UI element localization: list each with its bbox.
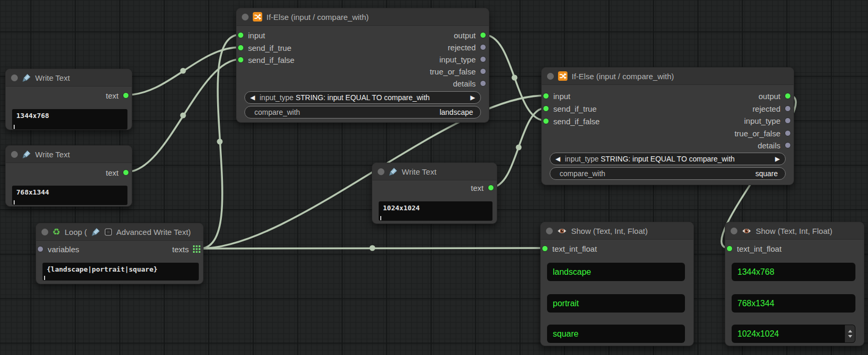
input-port-dot[interactable] — [543, 93, 549, 99]
widget-input_type[interactable]: ◀input_typeSTRING: input EQUAL TO compar… — [244, 91, 481, 104]
collapse-dot[interactable] — [11, 74, 18, 81]
spinner-scrollbar[interactable] — [845, 325, 855, 342]
collapse-dot[interactable] — [242, 14, 249, 20]
output-port-true_or_false[interactable]: true_or_false — [734, 127, 791, 139]
input-port-send_if_false[interactable]: send_if_false — [543, 115, 599, 127]
output-port-dot[interactable] — [123, 92, 129, 99]
output-port-details[interactable]: details — [758, 139, 791, 151]
value-box: portrait — [547, 294, 685, 313]
node-title: Write Text — [35, 73, 70, 82]
input-port-text_int_float[interactable]: text_int_float — [542, 243, 597, 254]
output-port-output[interactable]: output — [758, 90, 791, 102]
output-port-dot[interactable] — [480, 56, 486, 62]
node-title-bar[interactable]: Show (Text, Int, Float) — [725, 222, 864, 240]
text-input[interactable]: {landscape|portrait|square} — [42, 263, 199, 281]
output-port-rejected[interactable]: rejected — [753, 103, 791, 114]
widget-value: square — [550, 168, 785, 179]
text-input[interactable]: 1344x768 — [12, 109, 127, 130]
output-port-true_or_false[interactable]: true_or_false — [430, 66, 486, 77]
collapse-dot[interactable] — [546, 228, 553, 234]
output-port-dot[interactable] — [785, 142, 791, 148]
output-slot-label: details — [453, 79, 476, 88]
combo-right-arrow[interactable]: ▶ — [470, 92, 475, 103]
input-port-dot[interactable] — [238, 32, 244, 38]
input-port-input[interactable]: input — [543, 90, 571, 102]
collapse-dot[interactable] — [378, 168, 384, 175]
node-show-text-int-float-1[interactable]: Show (Text, Int, Float)text_int_floatlan… — [540, 222, 694, 346]
output-port-text[interactable]: text — [471, 182, 494, 193]
input-port-dot[interactable] — [238, 57, 244, 63]
input-port-send_if_true[interactable]: send_if_true — [543, 103, 597, 114]
output-slot-label: rejected — [448, 43, 476, 52]
node-title-bar[interactable]: If-Else (input / compare_with) — [542, 68, 794, 85]
collapse-dot[interactable] — [731, 228, 737, 234]
output-port-dot[interactable] — [488, 185, 494, 191]
collapse-dot[interactable] — [41, 229, 48, 235]
output-port-dot[interactable] — [785, 93, 791, 99]
node-title-bar[interactable]: Write Text — [372, 163, 497, 180]
node-title-bar[interactable]: Write Text — [6, 69, 132, 87]
output-port-input_type[interactable]: input_type — [440, 53, 486, 65]
output-port-dot[interactable] — [785, 105, 791, 112]
input-port-send_if_false[interactable]: send_if_false — [238, 54, 294, 66]
text-input-value: 768x1344 — [16, 188, 49, 196]
widget-compare_with[interactable]: compare_withlandscape — [244, 106, 481, 119]
node-title-bar[interactable]: If-Else (input / compare_with) — [237, 8, 489, 26]
node-write-text-3[interactable]: Write Texttext1024x1024 — [372, 163, 497, 224]
output-port-text[interactable]: text — [106, 90, 129, 101]
text-input[interactable]: 768x1344 — [12, 186, 127, 205]
output-port-dot[interactable] — [785, 117, 791, 124]
output-port-dot[interactable] — [480, 32, 486, 38]
node-if-else-2[interactable]: If-Else (input / compare_with)inputsend_… — [541, 67, 794, 185]
spinner-down-arrow[interactable] — [848, 335, 852, 338]
input-port-dot[interactable] — [543, 105, 549, 112]
node-title-bar[interactable]: Write Text — [6, 146, 132, 163]
output-port-dot[interactable] — [480, 80, 486, 87]
node-write-text-2[interactable]: Write Texttext768x1344 — [5, 145, 132, 207]
input-port-input[interactable]: input — [238, 29, 265, 41]
node-title-bar[interactable]: ♻Loop (Advanced Write Text) — [36, 223, 203, 241]
output-slot-label: true_or_false — [430, 67, 476, 76]
output-port-details[interactable]: details — [453, 78, 486, 89]
input-port-text_int_float[interactable]: text_int_float — [726, 243, 781, 254]
collapse-dot[interactable] — [11, 151, 18, 158]
output-port-dot[interactable] — [785, 130, 791, 136]
output-port-dot[interactable] — [480, 68, 486, 74]
widget-compare_with[interactable]: compare_withsquare — [550, 167, 786, 180]
output-port-output[interactable]: output — [454, 29, 486, 41]
output-slot-label: texts — [172, 245, 189, 254]
input-port-dot[interactable] — [542, 245, 548, 252]
node-title: Advanced Write Text) — [116, 228, 191, 236]
input-port-variables[interactable]: variables — [37, 243, 79, 255]
output-port-texts[interactable]: texts — [172, 243, 200, 255]
input-slot-label: variables — [48, 245, 79, 254]
input-port-dot[interactable] — [37, 246, 44, 252]
value-box-text: 1024x1024 — [737, 329, 779, 339]
node-title-bar[interactable]: Show (Text, Int, Float) — [541, 222, 693, 240]
combo-right-arrow[interactable]: ▶ — [775, 153, 780, 165]
input-port-send_if_true[interactable]: send_if_true — [238, 42, 292, 53]
text-input[interactable]: 1024x1024 — [379, 201, 492, 221]
output-slot-label: text — [471, 184, 484, 192]
input-port-dot[interactable] — [543, 118, 549, 124]
node-write-text-1[interactable]: Write Texttext1344x768 — [5, 69, 132, 130]
node-loop-advanced-write-text[interactable]: ♻Loop (Advanced Write Text)variablestext… — [36, 223, 203, 284]
output-port-rejected[interactable]: rejected — [448, 41, 486, 53]
text-input-value: {landscape|portrait|square} — [47, 265, 157, 273]
value-box: square — [547, 325, 685, 343]
node-title: Show (Text, Int, Float) — [756, 227, 832, 235]
grid-icon[interactable] — [193, 245, 200, 253]
output-port-dot[interactable] — [480, 44, 486, 50]
node-if-else-1[interactable]: If-Else (input / compare_with)inputsend_… — [236, 8, 489, 123]
input-port-dot[interactable] — [726, 245, 733, 252]
output-port-dot[interactable] — [123, 169, 129, 176]
input-slot-label: send_if_true — [553, 104, 597, 113]
output-port-input_type[interactable]: input_type — [744, 115, 791, 126]
node-graph-canvas[interactable]: Write Texttext1344x768Write Texttext768x… — [0, 0, 868, 355]
widget-input_type[interactable]: ◀input_typeSTRING: input EQUAL TO compar… — [550, 153, 786, 165]
node-show-text-int-float-2[interactable]: Show (Text, Int, Float)text_int_float134… — [725, 222, 864, 346]
collapse-dot[interactable] — [547, 73, 554, 80]
output-port-text[interactable]: text — [106, 167, 129, 178]
spinner-up-arrow[interactable] — [848, 330, 852, 332]
input-port-dot[interactable] — [238, 45, 244, 51]
